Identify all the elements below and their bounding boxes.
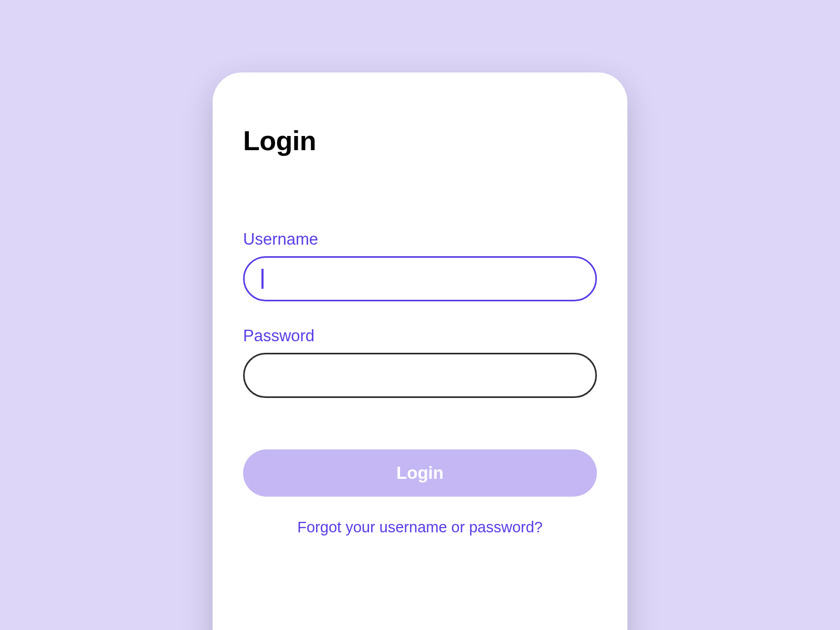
- password-input[interactable]: [243, 353, 597, 398]
- login-button[interactable]: Login: [243, 449, 597, 497]
- login-card: Login Username Password Login Forgot you…: [213, 72, 627, 630]
- login-title: Login: [243, 125, 597, 156]
- text-caret: [261, 269, 264, 289]
- forgot-credentials-link[interactable]: Forgot your username or password?: [243, 519, 597, 536]
- username-label: Username: [243, 230, 597, 249]
- password-label: Password: [243, 327, 597, 345]
- username-input[interactable]: [243, 256, 597, 301]
- password-field-group: Password: [243, 327, 597, 398]
- username-field-group: Username: [243, 230, 597, 301]
